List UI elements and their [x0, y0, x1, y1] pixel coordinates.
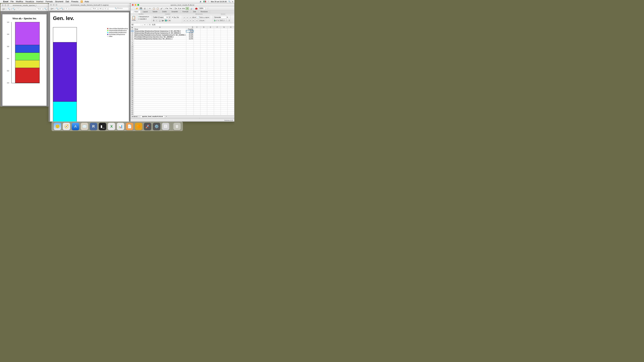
cell[interactable]	[200, 94, 207, 96]
cell[interactable]	[207, 109, 214, 111]
cell[interactable]	[134, 84, 186, 86]
cell[interactable]	[207, 96, 214, 98]
row-header[interactable]: 17	[131, 59, 134, 61]
cell[interactable]	[207, 88, 214, 90]
cell[interactable]	[227, 38, 234, 40]
menu-tools[interactable]: Strumenti	[55, 0, 63, 3]
cell[interactable]	[194, 32, 200, 34]
cell[interactable]	[214, 34, 220, 36]
cell[interactable]	[200, 104, 207, 105]
zoom-input[interactable]	[199, 7, 206, 10]
cell[interactable]	[214, 61, 220, 63]
cell[interactable]	[186, 102, 194, 104]
tab-formulas[interactable]: Formule	[180, 10, 191, 13]
cell[interactable]	[220, 67, 227, 69]
cell[interactable]	[214, 88, 220, 90]
cell[interactable]	[227, 88, 234, 90]
row-header[interactable]: 25	[131, 75, 134, 77]
cell[interactable]	[207, 53, 214, 55]
share-icon[interactable]: ⇪	[16, 7, 20, 10]
cell[interactable]	[227, 90, 234, 92]
app-name[interactable]: Excel	[3, 0, 8, 3]
row-header[interactable]: 7	[131, 40, 134, 42]
cell[interactable]	[227, 96, 234, 98]
cell[interactable]	[134, 98, 186, 100]
cell[interactable]	[227, 53, 234, 55]
cell[interactable]	[194, 92, 200, 94]
cell[interactable]	[220, 92, 227, 94]
cell[interactable]	[220, 86, 227, 88]
cell[interactable]	[194, 109, 200, 111]
row-header[interactable]: 4	[131, 34, 134, 36]
first-sheet-icon[interactable]: |◀	[132, 116, 133, 117]
cell[interactable]	[134, 67, 186, 69]
cell[interactable]	[207, 77, 214, 78]
currency-icon[interactable]: 💲▾	[214, 19, 216, 22]
row-header[interactable]: 42	[131, 107, 134, 109]
cell[interactable]	[214, 96, 220, 98]
cell[interactable]	[227, 67, 234, 69]
cell[interactable]	[207, 55, 214, 57]
cell[interactable]	[194, 53, 200, 55]
cell[interactable]	[194, 65, 200, 67]
input-flag-icon[interactable]	[204, 1, 206, 2]
cell[interactable]	[194, 102, 200, 104]
cell[interactable]	[227, 34, 234, 36]
row-header[interactable]: 23	[131, 71, 134, 73]
export-icon[interactable]: ⇪	[104, 7, 107, 10]
menu-help[interactable]: Aiuto	[84, 0, 89, 3]
menu-data[interactable]: Dati	[66, 0, 69, 3]
cell[interactable]	[186, 53, 194, 55]
cell[interactable]	[200, 57, 207, 59]
markup-icon[interactable]: ✎ ▾	[91, 7, 98, 10]
cell[interactable]	[227, 69, 234, 71]
cell[interactable]: Herpesviridae;Simplexvirus;Human herpesv…	[134, 30, 186, 32]
cell[interactable]	[200, 73, 207, 75]
cell[interactable]: Poxviridae;Orthopoxvirus;Vaccinia virus-…	[134, 36, 186, 38]
cell[interactable]	[194, 71, 200, 73]
cell[interactable]	[194, 59, 200, 61]
menubar[interactable]: Excel File Modifica Visualizza Inserisci…	[0, 0, 234, 3]
sheet-tab[interactable]: species_level_results-R.Ab.txt	[140, 115, 165, 117]
row-header[interactable]: 26	[131, 77, 134, 78]
menu-file[interactable]: File	[10, 0, 14, 3]
cell[interactable]	[227, 107, 234, 109]
cell[interactable]	[227, 86, 234, 88]
cell[interactable]	[134, 61, 186, 63]
zoom-out-icon[interactable]: −🔍	[6, 7, 10, 10]
cell[interactable]	[134, 55, 186, 57]
tab-charts[interactable]: Grafici	[160, 10, 169, 13]
cell[interactable]	[194, 44, 200, 46]
row-header[interactable]: 39	[131, 102, 134, 104]
border-icon[interactable]: ▦▾	[162, 19, 164, 22]
accept-fx-icon[interactable]: ✓	[146, 24, 148, 25]
tab-review[interactable]: Revisione	[198, 10, 210, 13]
cell[interactable]	[214, 44, 220, 46]
grow-font-icon[interactable]: A▴	[174, 16, 176, 18]
cell[interactable]	[186, 111, 194, 113]
wrap-text-button[interactable]: 📄 Testo a capo ▾	[196, 16, 210, 18]
cell[interactable]	[207, 51, 214, 53]
cell[interactable]	[200, 92, 207, 94]
align-bot-icon[interactable]: ≡	[189, 16, 192, 18]
row-header[interactable]: 38	[131, 100, 134, 102]
cell[interactable]	[214, 90, 220, 92]
cell[interactable]: Poxviridae;Orthopoxvirus;Variola virus- …	[134, 38, 186, 40]
cell[interactable]	[220, 34, 227, 36]
cell[interactable]	[200, 38, 207, 40]
paste-icon[interactable]: 📋	[156, 7, 159, 10]
cell[interactable]	[186, 100, 194, 102]
cell[interactable]	[227, 59, 234, 61]
cell[interactable]	[214, 38, 220, 40]
cell[interactable]	[207, 67, 214, 69]
fill-color-icon[interactable]: 🪣▾	[165, 19, 168, 22]
cell[interactable]	[227, 94, 234, 96]
cell[interactable]	[200, 88, 207, 90]
volume-icon[interactable]: 🔈	[200, 0, 202, 2]
cell[interactable]	[227, 42, 234, 44]
col-header[interactable]: A	[134, 26, 186, 28]
cell[interactable]	[194, 98, 200, 100]
rotate-icon[interactable]: ⟲	[99, 7, 102, 10]
paste-icon[interactable]: 📋	[132, 15, 136, 19]
cell[interactable]	[134, 104, 186, 105]
